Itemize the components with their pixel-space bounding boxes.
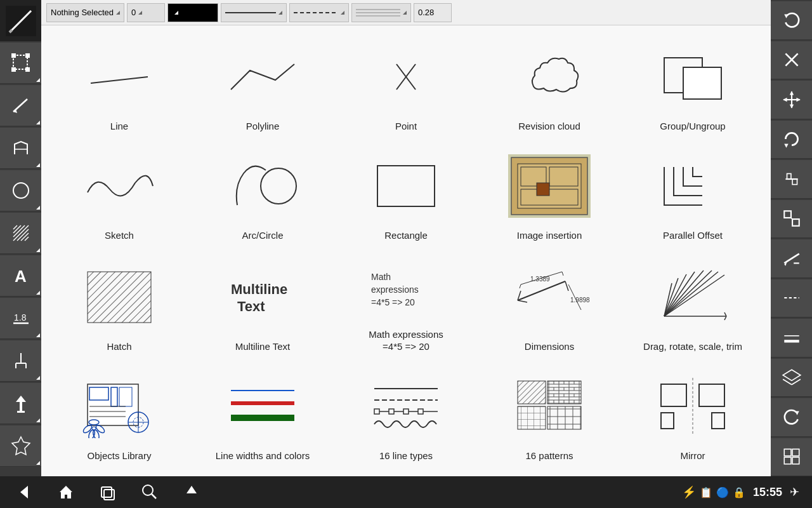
hatch-tool-icon[interactable] [0,213,41,254]
svg-marker-155 [60,486,72,498]
tool-line[interactable]: Line [48,32,191,141]
pen-tool-icon[interactable] [0,85,41,126]
circle-tool-icon[interactable] [0,170,41,211]
align-icon[interactable] [771,160,812,199]
tool-objects-library[interactable]: Objects Library [48,361,191,471]
recent-apps-button[interactable] [96,481,119,504]
svg-line-89 [565,281,568,291]
tool-parallel-offset[interactable]: Parallel Offset [621,141,764,250]
main-tools-grid: Line Polyline Point Revision cloud [41,25,771,476]
line-style-dropdown[interactable] [221,3,287,22]
tool-arc-circle[interactable]: Arc/Circle [191,141,334,250]
home-button[interactable] [55,481,77,504]
tool-line-widths-colors[interactable]: Line widths and colors [191,361,334,471]
nothing-selected-dropdown[interactable]: Nothing Selected [46,3,124,22]
close-icon[interactable] [771,41,812,80]
app-logo [0,0,41,41]
revision-cloud-icon [505,39,594,115]
undo-right-icon[interactable] [771,398,812,437]
tool-multiline-text[interactable]: Multiline Text Multiline Text [191,250,334,361]
text-tool-icon[interactable]: A [0,255,41,297]
tool-image-insertion-label: Image insertion [517,229,582,242]
svg-rect-7 [12,68,15,71]
svg-rect-147 [518,406,546,429]
right-sidebar [771,0,812,476]
tool-revision-cloud[interactable]: Revision cloud [478,32,621,141]
back-button[interactable] [13,481,36,504]
undo-icon[interactable] [771,1,812,40]
sketch-icon [75,148,164,224]
layers-icon[interactable] [771,359,812,398]
svg-marker-38 [784,144,788,148]
tool-parallel-offset-label: Parallel Offset [663,229,723,242]
svg-rect-5 [26,54,29,57]
line-widths-colors-icon [218,368,307,444]
group-ungroup-icon [648,39,737,115]
svg-marker-36 [783,98,787,102]
tool-rectangle[interactable]: Rectangle [334,141,478,250]
tool-group-ungroup[interactable]: Group/Ungroup [621,32,764,141]
svg-rect-133 [403,409,409,414]
tool-dimensions[interactable]: 1.3389 1.9898 Dimensions [478,250,621,361]
svg-rect-80 [88,272,151,323]
help-icon[interactable] [0,425,41,467]
svg-line-12 [13,225,29,241]
svg-line-2 [10,30,12,32]
svg-text:1.9898: 1.9898 [570,297,590,304]
tool-sketch[interactable]: Sketch [48,141,191,250]
layers2-icon[interactable] [771,438,812,477]
svg-text:1.3389: 1.3389 [530,276,550,283]
handle-tool-icon[interactable] [0,340,41,382]
tool-polyline[interactable]: Polyline [191,32,334,141]
svg-line-101 [664,274,686,316]
tool-drag-rotate[interactable]: Drag, rotate, scale, trim [621,250,764,361]
svg-rect-148 [547,406,581,429]
notification-icons: ⚡ 📋 🔵 🔒 [682,485,745,499]
pen-right-icon[interactable] [771,239,812,278]
svg-marker-29 [784,14,788,18]
thickness-icon[interactable] [771,319,812,358]
tool-16-patterns[interactable]: 16 patterns [478,361,621,471]
multiline-text-icon: Multiline Text [218,259,307,335]
select-rectangle-icon[interactable] [0,43,41,84]
svg-rect-131 [389,409,394,414]
tool-line-label: Line [110,120,128,133]
svg-rect-157 [104,490,114,500]
line-type-icon[interactable] [771,279,812,318]
search-button[interactable] [138,481,161,504]
move-icon[interactable] [771,81,812,119]
svg-rect-58 [792,457,799,464]
up-arrow-button[interactable] [180,481,203,504]
snap-icon[interactable] [0,128,41,169]
svg-line-98 [664,271,712,316]
hatch-style-dropdown[interactable] [351,3,411,22]
svg-rect-109 [111,387,117,406]
tool-line-widths-colors-label: Line widths and colors [216,450,310,462]
layer-number-dropdown[interactable]: 0 [127,3,165,22]
svg-rect-151 [661,413,674,429]
svg-text:Text: Text [237,298,265,314]
svg-marker-34 [789,91,793,95]
tool-16-line-types[interactable]: 16 line types [334,361,478,471]
color-picker-dropdown[interactable] [167,3,218,22]
rotate-icon[interactable] [771,121,812,159]
measure-tool-icon[interactable]: 1.8 [0,298,41,339]
tool-math-expressions[interactable]: Math expressions =4*5 => 20 Math express… [334,250,478,361]
svg-rect-135 [418,409,423,414]
dimensions-icon: 1.3389 1.9898 [505,259,594,335]
objects-library-icon [75,368,164,444]
svg-rect-42 [784,211,791,218]
arc-circle-icon [218,148,307,224]
dash-style-dropdown[interactable] [289,3,349,22]
svg-line-88 [518,300,527,302]
tool-hatch[interactable]: Hatch [48,250,191,361]
arrow-up-icon[interactable] [0,383,41,424]
tool-image-insertion[interactable]: Image insertion [478,141,621,250]
scale-icon[interactable] [771,200,812,239]
tool-mirror[interactable]: Mirror [621,361,764,471]
svg-line-86 [518,281,565,300]
line-width-value[interactable]: 0.28 [414,3,452,22]
svg-line-159 [152,494,156,498]
tool-point[interactable]: Point [334,32,478,141]
svg-text:Math: Math [371,272,391,282]
